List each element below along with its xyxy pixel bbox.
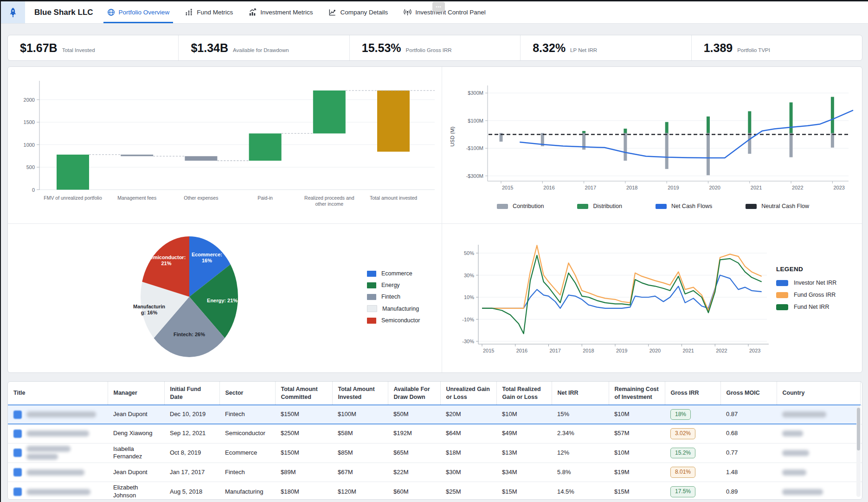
distribution-bar[interactable] — [665, 122, 669, 135]
legend-label: Investor Net IRR — [794, 280, 836, 286]
scatter-icon — [185, 8, 193, 16]
legend-item-fintech[interactable]: Fintech — [367, 293, 420, 300]
legend-item-contribution[interactable]: Contribution — [497, 203, 544, 209]
line-chart-icon — [328, 8, 336, 16]
column-header-remaining-cost-of-investment[interactable]: Remaining Cost of Investment — [609, 382, 665, 405]
app-logo[interactable] — [1, 1, 25, 23]
tab-investment-metrics[interactable]: Investment Metrics — [249, 1, 313, 23]
funds-table-card: TitleManagerInitial Fund DateSectorTotal… — [7, 381, 862, 500]
cell-total-invested: $85M — [332, 443, 388, 463]
legend-label: Neutral Cash Flow — [761, 203, 809, 209]
irr-x-label: 2022 — [716, 348, 727, 353]
legend-item-semiconductor[interactable]: Semiconductor — [367, 317, 420, 324]
irr-line-fund-gross-irr — [482, 245, 762, 310]
legend-item-energy[interactable]: Energy — [367, 282, 420, 288]
irr-x-label: 2023 — [749, 348, 760, 353]
column-header-country[interactable]: Country — [777, 382, 860, 405]
column-header-net-irr[interactable]: Net IRR — [552, 382, 609, 405]
cashflow-x-label: 2017 — [585, 185, 596, 190]
column-header-unrealized-gain-or-loss[interactable]: Unrealized Gain or Loss — [440, 382, 496, 405]
kpi-card-lp-net-irr: 8.32%LP Net IRR — [521, 35, 691, 60]
legend-item-neutral-cash-flow[interactable]: Neutral Cash Flow — [746, 203, 809, 209]
cell-gross-moic: 0.87 — [720, 405, 777, 424]
waterfall-bar[interactable] — [249, 133, 282, 161]
legend-label: Fintech — [381, 293, 400, 300]
contribution-bar[interactable] — [790, 133, 793, 157]
overflow-menu[interactable]: ••• — [432, 2, 445, 12]
contribution-bar[interactable] — [707, 133, 710, 176]
waterfall-bar[interactable] — [57, 155, 89, 190]
kpi-card-portfolio-tvpi: 1.389Portfolio TVPI — [692, 35, 862, 60]
table-row[interactable]: Elizabeth JohnsonAug 5, 2018Manufacturin… — [8, 482, 862, 500]
cell-available-drawdown: $65M — [388, 443, 440, 463]
column-header-available-for-draw-down[interactable]: Available For Draw Down — [388, 382, 440, 405]
cashflow-x-label: 2018 — [626, 185, 637, 190]
legend-item-net-cash-flows[interactable]: Net Cash Flows — [656, 203, 712, 209]
column-header-gross-irr[interactable]: Gross IRR — [665, 382, 720, 405]
contribution-bar[interactable] — [831, 133, 834, 148]
cell-total-committed: $89M — [275, 463, 332, 482]
svg-text:0: 0 — [32, 187, 35, 193]
cell-country — [777, 482, 860, 500]
distribution-bar[interactable] — [790, 102, 793, 134]
tab-portfolio-overview[interactable]: Portfolio Overview — [107, 1, 170, 23]
waterfall-x-label: Total amount invested — [370, 195, 417, 201]
column-header-total-realized-gain-or-loss[interactable]: Total Realized Gain or Loss — [496, 382, 552, 405]
table-scrollbar-thumb[interactable] — [857, 408, 860, 450]
column-header-title[interactable]: Title — [8, 382, 108, 405]
irr-x-label: 2021 — [683, 348, 694, 353]
column-header-gross-moic[interactable]: Gross MOIC — [720, 382, 777, 405]
header-spacer — [860, 382, 862, 405]
legend-item-investor-net-irr[interactable]: Investor Net IRR — [776, 280, 836, 286]
legend-item-fund-gross-irr[interactable]: Fund Gross IRR — [776, 292, 836, 298]
cell-initial-fund-date: Dec 10, 2019 — [164, 405, 219, 424]
kpi-summary-bar: $1.67BTotal Invested$1.34BAvailable for … — [7, 35, 862, 61]
table-scrollbar-track[interactable] — [856, 406, 861, 497]
legend-swatch — [367, 271, 376, 277]
cell-gross-irr: 8.01% — [665, 463, 720, 482]
cell-total-committed: $150M — [275, 405, 332, 424]
cell-net-irr: 2.34% — [552, 424, 609, 443]
distribution-bar[interactable] — [831, 97, 834, 135]
legend-label: Net Cash Flows — [671, 203, 712, 209]
waterfall-chart-panel: 0500100015002000FMV of unrealized portfo… — [8, 67, 442, 224]
waterfall-bar[interactable] — [313, 91, 346, 134]
distribution-bar[interactable] — [707, 117, 710, 135]
legend-item-ecommerce[interactable]: Ecommerce — [367, 270, 420, 277]
waterfall-bar[interactable] — [121, 155, 153, 156]
table-row[interactable]: Jean DupontJan 17, 2017Fintech$89M$67M$2… — [8, 463, 862, 482]
table-row[interactable]: Jean DupontDec 10, 2019Fintech$150M$100M… — [8, 405, 862, 424]
column-header-total-amount-invested[interactable]: Total Amount Invested — [332, 382, 388, 405]
column-header-sector[interactable]: Sector — [219, 382, 275, 405]
table-row[interactable]: Deng XiawongSep 12, 2021Semiconductor$25… — [8, 424, 862, 443]
contribution-bar[interactable] — [748, 133, 751, 154]
cashflow-y-axis-label: USD (M) — [450, 127, 455, 147]
legend-title: LEGEND — [776, 266, 836, 273]
column-header-total-amount-committed[interactable]: Total Amount Committed — [275, 382, 332, 405]
tab-bar: Portfolio OverviewFund MetricsInvestment… — [107, 1, 486, 23]
tab-fund-metrics[interactable]: Fund Metrics — [185, 1, 233, 23]
blurred-title-text — [26, 430, 89, 437]
waterfall-bar[interactable] — [377, 91, 410, 152]
waterfall-bar[interactable] — [185, 156, 217, 161]
cashflow-chart: $300M$100M-$100M-$300MUSD (M)20152016201… — [442, 67, 861, 202]
legend-item-distribution[interactable]: Distribution — [577, 203, 622, 209]
legend-label: Contribution — [513, 203, 544, 209]
legend-item-manufacturing[interactable]: Manufacturing — [367, 305, 420, 312]
legend-item-fund-net-irr[interactable]: Fund Net IRR — [776, 304, 836, 310]
rocket-icon — [7, 7, 19, 18]
cell-net-irr: 12% — [552, 443, 609, 463]
table-row[interactable]: Isabella FernandezOct 8, 2019Ecommerce$1… — [8, 443, 862, 463]
tab-label: Investment Metrics — [260, 9, 313, 16]
column-header-initial-fund-date[interactable]: Initial Fund Date — [164, 382, 219, 405]
contribution-bar[interactable] — [624, 133, 627, 161]
kpi-value: 15.53% — [362, 41, 401, 55]
tab-company-details[interactable]: Company Details — [328, 1, 388, 23]
distribution-bar[interactable] — [748, 111, 751, 135]
blurred-country-text — [782, 469, 806, 476]
table-header-row: TitleManagerInitial Fund DateSectorTotal… — [8, 382, 862, 405]
cell-initial-fund-date: Aug 5, 2018 — [164, 482, 219, 500]
legend-swatch — [746, 204, 757, 209]
column-header-manager[interactable]: Manager — [108, 382, 164, 405]
contribution-bar[interactable] — [665, 133, 669, 169]
